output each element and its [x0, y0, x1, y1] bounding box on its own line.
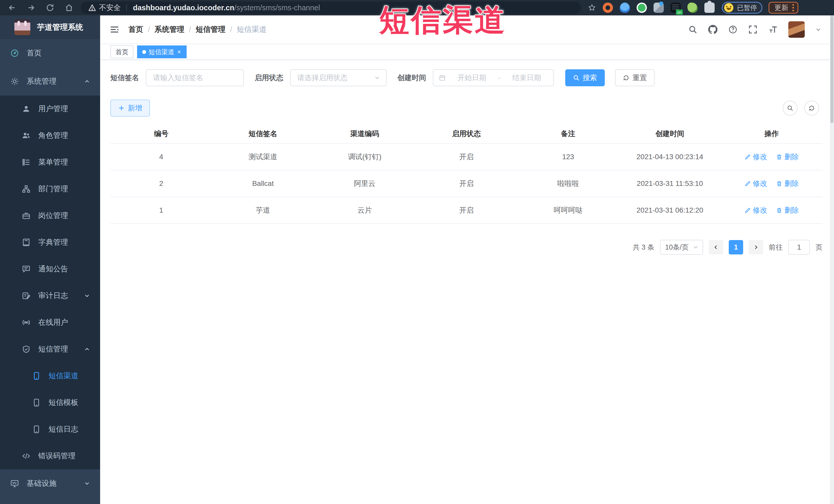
- breadcrumb-item[interactable]: 系统管理: [155, 24, 184, 35]
- paused-extension-badge[interactable]: 已暂停: [722, 2, 762, 14]
- sidebar-item-error-code[interactable]: 错误码管理: [0, 443, 100, 469]
- sidebar-item-label: 字典管理: [38, 237, 68, 247]
- end-date-placeholder: 结束日期: [506, 73, 548, 83]
- sidebar-item-sms-channel[interactable]: 短信渠道: [0, 363, 100, 389]
- toggle-search-button[interactable]: [783, 101, 797, 115]
- goto-page-input[interactable]: [789, 240, 809, 254]
- table-row: 2 Ballcat 阿里云 开启 啦啦啦 2021-03-31 11:53:10…: [110, 171, 822, 197]
- search-button[interactable]: 搜索: [565, 69, 605, 86]
- chevron-down-icon: [374, 74, 380, 81]
- tab-home[interactable]: 首页: [110, 45, 133, 58]
- delete-link[interactable]: 删除: [776, 205, 799, 215]
- log-icon: [22, 291, 30, 300]
- logo-avatar: [14, 19, 30, 35]
- home-icon[interactable]: [65, 3, 73, 12]
- window-scrollbar[interactable]: [830, 16, 834, 504]
- cell-created: 2021-03-31 06:12:20: [619, 198, 721, 223]
- phone-icon: [32, 425, 41, 434]
- forward-icon[interactable]: [27, 3, 36, 12]
- sidebar-item-label: 部门管理: [38, 184, 68, 194]
- app-logo[interactable]: 芋道管理系统: [0, 16, 100, 39]
- bookmark-star-icon[interactable]: [588, 4, 596, 12]
- extension-icon[interactable]: [637, 3, 647, 13]
- sidebar-item-label: 短信日志: [48, 424, 78, 434]
- puzzle-extension-icon[interactable]: [704, 3, 715, 13]
- sidebar-item-sms-template[interactable]: 短信模板: [0, 389, 100, 416]
- user-avatar[interactable]: [788, 21, 805, 38]
- extension-icon[interactable]: [654, 3, 664, 13]
- delete-link[interactable]: 删除: [776, 179, 799, 189]
- page-size-select[interactable]: 10条/页: [660, 240, 703, 255]
- sidebar-item-home[interactable]: 首页: [0, 39, 100, 67]
- sidebar-item-audit-log[interactable]: 审计日志: [0, 282, 100, 309]
- sidebar-item-users[interactable]: 用户管理: [0, 95, 100, 122]
- search-button-label: 搜索: [583, 73, 597, 83]
- refresh-button[interactable]: [804, 101, 819, 115]
- edit-link[interactable]: 修改: [744, 152, 767, 162]
- sidebar-item-dict[interactable]: 字典管理: [0, 229, 100, 256]
- hamburger-icon[interactable]: [109, 24, 119, 35]
- browser-update-button[interactable]: 更新: [769, 2, 798, 14]
- delete-link[interactable]: 删除: [776, 152, 799, 162]
- sidebar-item-roles[interactable]: 角色管理: [0, 122, 100, 149]
- next-page-button[interactable]: [749, 240, 763, 255]
- tab-sms-channel[interactable]: 短信渠道: [137, 45, 186, 58]
- url-domain[interactable]: dashboard.yudao.iocoder.cn: [133, 4, 234, 12]
- sidebar-item-departments[interactable]: 部门管理: [0, 176, 100, 202]
- main-area: 首页 / 系统管理 / 短信管理 / 短信渠道 首页 短信渠道: [100, 16, 830, 504]
- sidebar-item-posts[interactable]: 岗位管理: [0, 202, 100, 229]
- help-icon[interactable]: [728, 25, 738, 34]
- cell-id: 4: [110, 145, 212, 169]
- chevron-down-icon[interactable]: [815, 27, 821, 32]
- fullscreen-icon[interactable]: [748, 25, 758, 34]
- sidebar-item-label: 短信模板: [48, 397, 78, 408]
- sidebar-item-label: 角色管理: [38, 130, 68, 141]
- add-button[interactable]: 新增: [110, 100, 150, 116]
- sidebar-item-notices[interactable]: 通知公告: [0, 256, 100, 282]
- sidebar-item-sms[interactable]: 短信管理: [0, 336, 100, 363]
- column-header: 创建时间: [619, 124, 721, 143]
- security-label[interactable]: 不安全: [99, 3, 120, 13]
- edit-link[interactable]: 修改: [744, 179, 767, 189]
- paused-label: 已暂停: [737, 3, 757, 12]
- close-icon[interactable]: [177, 49, 181, 54]
- sidebar-item-sms-log[interactable]: 短信日志: [0, 416, 100, 443]
- edit-link[interactable]: 修改: [744, 205, 767, 215]
- prev-page-button[interactable]: [709, 240, 723, 255]
- active-dot-icon: [142, 50, 146, 54]
- delete-label: 删除: [785, 179, 799, 189]
- page-size-value: 10条/页: [665, 243, 689, 252]
- extension-icon[interactable]: on: [671, 3, 681, 13]
- sign-input[interactable]: [146, 70, 243, 86]
- font-size-icon[interactable]: [768, 25, 777, 34]
- message-icon: [22, 265, 30, 273]
- chevron-down-icon: [692, 244, 699, 250]
- status-select[interactable]: 请选择启用状态: [290, 69, 387, 86]
- cell-remark: 呵呵呵哒: [517, 197, 619, 223]
- cell-remark: 123: [517, 145, 619, 169]
- sidebar-item-system[interactable]: 系统管理: [0, 67, 100, 95]
- back-icon[interactable]: [8, 3, 17, 12]
- reset-button[interactable]: 重置: [615, 69, 655, 86]
- calendar-icon: [439, 74, 446, 81]
- users-icon: [22, 131, 30, 140]
- extension-icon[interactable]: [603, 3, 613, 13]
- reload-icon[interactable]: [46, 3, 54, 12]
- edit-label: 修改: [753, 179, 767, 189]
- sidebar-item-online-users[interactable]: 在线用户: [0, 309, 100, 336]
- sidebar-item-menus[interactable]: 菜单管理: [0, 149, 100, 176]
- table-toolbar: 新增: [110, 100, 819, 116]
- scrollbar-thumb[interactable]: [830, 16, 833, 123]
- kebab-menu-icon[interactable]: [792, 4, 794, 6]
- date-range-picker[interactable]: 开始日期 - 结束日期: [433, 69, 554, 86]
- page-number-button[interactable]: 1: [729, 240, 743, 255]
- breadcrumb-item[interactable]: 短信管理: [196, 24, 225, 35]
- url-path[interactable]: /system/sms/sms-channel: [234, 4, 320, 12]
- breadcrumb-current: 短信渠道: [237, 24, 266, 35]
- extension-icon[interactable]: [620, 3, 630, 13]
- extension-icon[interactable]: [687, 3, 698, 13]
- github-icon[interactable]: [708, 25, 718, 34]
- search-icon[interactable]: [688, 25, 698, 34]
- breadcrumb-item[interactable]: 首页: [128, 24, 143, 35]
- sidebar-item-infrastructure[interactable]: 基础设施: [0, 469, 100, 498]
